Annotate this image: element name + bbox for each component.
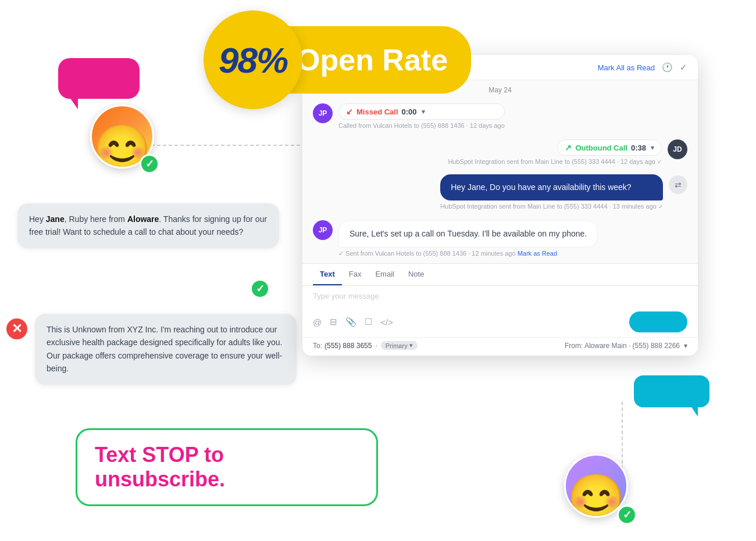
blue-message-content: Hey Jane, Do you have any availability t…	[440, 174, 663, 210]
spam-x-badge: ✕	[5, 317, 29, 341]
stop-banner: Text STOP to unsubscribe.	[76, 428, 378, 506]
outbound-read-check: ✓	[657, 159, 662, 165]
pink-speech-bubble	[58, 58, 140, 99]
compose-placeholder[interactable]: Type your message	[302, 286, 698, 308]
outbound-call-label: Outbound Call	[575, 144, 627, 152]
open-rate-badge: 98% Open Rate	[204, 10, 471, 109]
good-message-bubble: Hey Jane, Ruby here from Aloware. Thanks…	[17, 203, 279, 248]
open-rate-pill: Open Rate	[285, 26, 471, 94]
reply-message-row: JP Sure, Let's set up a call on Tuesday.…	[302, 214, 698, 263]
to-number: (555) 888 3655	[324, 342, 372, 350]
compose-footer: To: (555) 888 3655 · Primary ▾ From: Alo…	[302, 337, 698, 356]
avatar-jd: JD	[668, 139, 687, 159]
primary-tag[interactable]: Primary ▾	[381, 341, 418, 350]
mark-all-read-btn[interactable]: Mark All as Read	[598, 63, 655, 72]
tab-fax[interactable]: Fax	[342, 264, 369, 285]
reply-bubble: Sure, Let's set up a call on Tuesday. I'…	[338, 220, 598, 248]
reply-message-content: Sure, Let's set up a call on Tuesday. I'…	[338, 220, 598, 257]
outbound-call-row: ↗ Outbound Call 0:38 ▾ HubSpot Integrati…	[302, 135, 698, 170]
outbound-call-content: ↗ Outbound Call 0:38 ▾ HubSpot Integrati…	[448, 139, 662, 165]
tab-note[interactable]: Note	[401, 264, 431, 285]
open-rate-percent: 98%	[219, 40, 287, 81]
woman-face-emoji: 😊	[567, 475, 625, 518]
blue-message-row: Hey Jane, Do you have any availability t…	[302, 170, 698, 214]
blue-message-meta: HubSpot Integration sent from Main Line …	[440, 203, 663, 210]
outbound-call-icon: ↗	[565, 143, 572, 152]
attach-icon[interactable]: 📎	[345, 317, 356, 327]
open-rate-text: Open Rate	[297, 43, 448, 77]
blue-bubble: Hey Jane, Do you have any availability t…	[440, 174, 663, 200]
reply-message-meta: ✓ Sent from Vulcan Hotels to (555) 888 1…	[338, 250, 598, 257]
to-label: To:	[313, 342, 322, 350]
mark-as-read-link[interactable]: Mark as Read	[518, 250, 557, 257]
compose-tabs: Text Fax Email Note	[302, 264, 698, 286]
send-button[interactable]	[629, 311, 687, 332]
tab-email[interactable]: Email	[368, 264, 401, 285]
from-chevron: ▾	[684, 342, 687, 350]
spam-message-bubble: This is Unknown from XYZ Inc. I'm reachi…	[35, 314, 297, 385]
compose-area: Text Fax Email Note Type your message @ …	[302, 263, 698, 356]
spam-message-text: This is Unknown from XYZ Inc. I'm reachi…	[47, 325, 282, 373]
woman-check-badge: ✓	[617, 505, 637, 525]
outbound-call-time: 0:38	[631, 144, 646, 152]
tag-chevron: ▾	[409, 342, 413, 349]
man-check-badge: ✓	[140, 154, 159, 174]
outbound-call-chevron: ▾	[651, 144, 654, 152]
blue-read-check: ✓	[658, 203, 663, 210]
open-rate-circle: 98%	[204, 10, 302, 109]
check-icon: ✓	[680, 62, 687, 73]
image-icon[interactable]: ⊟	[330, 317, 337, 327]
from-info: From: Aloware Main · (555) 888 2266	[565, 342, 680, 350]
tab-text[interactable]: Text	[313, 264, 342, 285]
stop-text: Text STOP to unsubscribe.	[95, 443, 225, 491]
outbound-call-meta: HubSpot Integration sent from Main Line …	[448, 158, 662, 165]
good-message-check: ✓	[250, 279, 270, 299]
missed-call-meta: Called from Vulcan Hotels to (555) 888 1…	[338, 122, 505, 129]
template-icon[interactable]: ☐	[365, 317, 372, 327]
transfer-button[interactable]: ⇄	[669, 175, 687, 194]
outbound-call-pill[interactable]: ↗ Outbound Call 0:38 ▾	[557, 139, 662, 156]
code-icon[interactable]: </>	[380, 317, 393, 327]
compose-toolbar: @ ⊟ 📎 ☐ </>	[302, 308, 698, 337]
avatar-jp-reply: JP	[313, 220, 333, 240]
woman-avatar: 😊	[564, 454, 628, 518]
at-icon[interactable]: @	[313, 317, 322, 327]
blue-speech-bubble-decorative	[634, 375, 709, 407]
good-message-text: Hey Jane, Ruby here from Aloware. Thanks…	[29, 214, 267, 237]
connector-line-man	[151, 128, 314, 163]
clock-icon: 🕐	[662, 62, 673, 73]
